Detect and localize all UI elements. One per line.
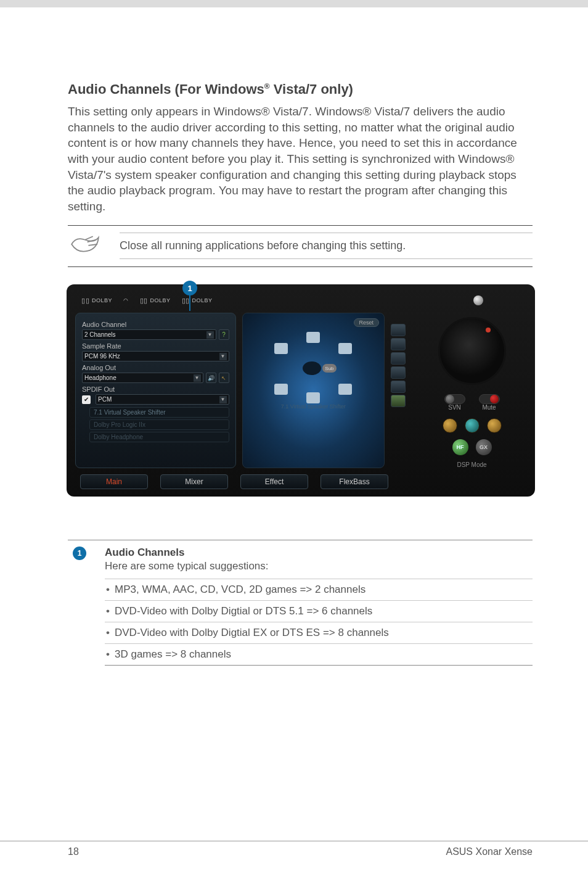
analog-out-value: Headphone	[84, 374, 116, 381]
strip-btn-6[interactable]	[391, 395, 406, 407]
footer-product: ASUS Xonar Xense	[446, 846, 533, 857]
panel-body: Audio Channel 2 Channels ▼ ? Sample Rate…	[75, 313, 526, 468]
preset-orb-1[interactable]	[443, 418, 457, 433]
speaker-front-right-icon[interactable]	[338, 343, 352, 354]
desc-item: 3D games => 8 channels	[105, 643, 533, 666]
note-text: Close all running applications before ch…	[120, 233, 533, 259]
virtual-speaker-option[interactable]: 7.1 Virtual Speaker Shifter	[89, 407, 229, 418]
sample-rate-value: PCM 96 KHz	[84, 353, 120, 360]
description-block: 1 Audio Channels Here are some typical s…	[68, 540, 533, 669]
tab-main[interactable]: Main	[80, 474, 148, 489]
speaker-front-left-icon[interactable]	[274, 343, 288, 354]
dolby-logo-1: ▯▯DOLBY	[81, 297, 112, 305]
screenshot-wrap: 1 ▯▯DOLBY ◠ ▯▯DOLBY ▯▯DOLBY Audio Channe…	[68, 284, 533, 497]
preset-orb-2[interactable]	[465, 418, 480, 433]
heading-prefix: Audio Channels (For Windows	[68, 81, 264, 97]
dsp-mode-label: DSP Mode	[457, 461, 486, 468]
section-body: This setting only appears in Windows® Vi…	[68, 104, 533, 214]
strip-btn-4[interactable]	[391, 366, 406, 379]
dolby-logo-3: ▯▯DOLBY	[182, 297, 213, 305]
chevron-down-icon: ▼	[206, 331, 214, 339]
speaker-layout-panel: Reset Sub 7.1 Virtual Speaker Shifter	[242, 313, 385, 468]
chevron-down-icon: ▼	[219, 396, 227, 403]
manual-page: Audio Channels (For Windows® Vista/7 onl…	[0, 0, 588, 887]
mute-switch[interactable]: Mute	[479, 394, 500, 411]
desc-item: MP3, WMA, AAC, CD, VCD, 2D games => 2 ch…	[105, 579, 533, 600]
audio-channel-label: Audio Channel	[82, 321, 229, 328]
speaker-rear-right-icon[interactable]	[338, 384, 352, 395]
speaker-rear-center-icon[interactable]	[306, 392, 320, 403]
speaker-center-icon[interactable]	[306, 332, 320, 343]
tab-effect[interactable]: Effect	[240, 474, 308, 489]
audio-channel-value: 2 Channels	[84, 331, 116, 338]
desc-item: DVD-Video with Dolby Digtial EX or DTS E…	[105, 622, 533, 643]
callout-leader-line	[189, 295, 190, 311]
spdif-out-value: PCM	[98, 396, 112, 403]
tab-mixer[interactable]: Mixer	[160, 474, 228, 489]
strip-btn-1[interactable]	[391, 324, 406, 336]
audio-channel-dropdown[interactable]: 2 Channels ▼	[82, 329, 216, 340]
desc-badge-1: 1	[73, 547, 86, 560]
spdif-out-dropdown[interactable]: PCM ▼	[96, 394, 229, 405]
strip-btn-2[interactable]	[391, 338, 406, 350]
chevron-down-icon: ▼	[194, 374, 201, 382]
volume-panel: SVN Mute HF GX	[414, 313, 526, 468]
strip-btn-5[interactable]	[391, 381, 406, 393]
speaker-icon[interactable]: 🔊	[206, 373, 216, 383]
desc-subtitle: Here are some typical suggestions:	[105, 560, 533, 572]
desc-list: MP3, WMA, AAC, CD, VCD, 2D games => 2 ch…	[105, 579, 533, 666]
collapse-dot-icon[interactable]	[473, 295, 483, 305]
sub-options: 7.1 Virtual Speaker Shifter Dolby Pro Lo…	[89, 407, 229, 442]
panel-logo-row: ▯▯DOLBY ◠ ▯▯DOLBY ▯▯DOLBY	[75, 293, 526, 313]
subwoofer-icon[interactable]: Sub	[322, 364, 336, 373]
analog-out-dropdown[interactable]: Headphone ▼	[82, 373, 203, 383]
listener-icon[interactable]	[303, 361, 321, 375]
analog-out-label: Analog Out	[82, 364, 229, 371]
hand-note-icon	[68, 232, 102, 259]
gx-mode-button[interactable]: GX	[476, 439, 492, 455]
svn-label: SVN	[448, 404, 461, 411]
dolby-prologic-option[interactable]: Dolby Pro Logic IIx	[89, 419, 229, 430]
speaker-grid: Sub	[267, 332, 359, 400]
sample-rate-dropdown[interactable]: PCM 96 KHz ▼	[82, 351, 229, 361]
mode-strip	[391, 313, 407, 468]
spdif-checkbox[interactable]: ✔	[82, 395, 91, 404]
volume-knob[interactable]	[438, 317, 506, 385]
chevron-down-icon: ▼	[219, 353, 227, 360]
desc-item: DVD-Video with Dolby Digtial or DTS 5.1 …	[105, 600, 533, 622]
settings-inset: Audio Channel 2 Channels ▼ ? Sample Rate…	[75, 313, 236, 468]
tool-icon[interactable]: ↖	[219, 373, 229, 383]
reset-button[interactable]: Reset	[354, 318, 380, 327]
hf-mode-button[interactable]: HF	[452, 439, 468, 455]
sample-rate-label: Sample Rate	[82, 342, 229, 350]
svn-switch[interactable]: SVN	[444, 394, 465, 411]
mute-label: Mute	[482, 404, 496, 411]
volume-knob-wrap	[429, 314, 515, 388]
section-heading: Audio Channels (For Windows® Vista/7 onl…	[68, 81, 533, 97]
dolby-headphone-icon: ◠	[123, 297, 129, 303]
page-number: 18	[68, 846, 79, 857]
dolby-logo-2: ▯▯DOLBY	[140, 297, 171, 305]
help-button[interactable]: ?	[219, 329, 229, 340]
dolby-headphone-option[interactable]: Dolby Headphone	[89, 432, 229, 442]
audio-control-panel: ▯▯DOLBY ◠ ▯▯DOLBY ▯▯DOLBY Audio Channel …	[67, 284, 535, 497]
heading-suffix: Vista/7 only)	[270, 81, 353, 97]
desc-title: Audio Channels	[105, 547, 533, 559]
page-footer: 18 ASUS Xonar Xense	[0, 841, 588, 857]
tab-row: Main Mixer Effect FlexBass	[75, 474, 526, 489]
tab-flexbass[interactable]: FlexBass	[321, 474, 388, 489]
spdif-out-label: SPDIF Out	[82, 386, 229, 393]
heading-reg: ®	[264, 82, 270, 91]
preset-orb-3[interactable]	[487, 418, 502, 433]
note-row: Close all running applications before ch…	[68, 225, 533, 267]
center-caption: 7.1 Virtual Speaker Shifter	[281, 403, 346, 410]
speaker-rear-left-icon[interactable]	[274, 384, 288, 395]
strip-btn-3[interactable]	[391, 352, 406, 365]
